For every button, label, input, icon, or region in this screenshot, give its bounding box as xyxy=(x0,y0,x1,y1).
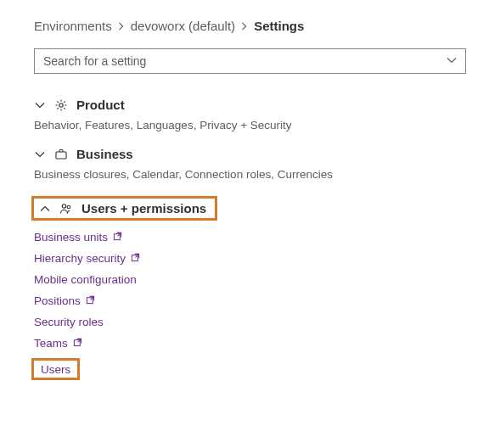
svg-rect-1 xyxy=(56,152,66,159)
link-positions[interactable]: Positions xyxy=(34,294,95,307)
people-icon xyxy=(59,202,73,216)
link-mobile-configuration[interactable]: Mobile configuration xyxy=(34,273,137,286)
chevron-right-icon xyxy=(240,19,249,33)
section-title: Product xyxy=(76,98,125,112)
breadcrumb-item-environment[interactable]: devoworx (default) xyxy=(131,19,235,33)
highlight-users-link: Users xyxy=(31,358,80,380)
section-header-product[interactable]: Product xyxy=(34,98,466,112)
chevron-right-icon xyxy=(117,19,126,33)
external-link-icon xyxy=(113,231,122,244)
highlight-users-permissions: Users + permissions xyxy=(31,196,217,221)
chevron-down-icon xyxy=(34,149,46,160)
section-header-business[interactable]: Business xyxy=(34,147,466,161)
briefcase-icon xyxy=(54,148,68,161)
link-users[interactable]: Users xyxy=(41,363,70,376)
link-list: Business units Hierarchy security Mobile… xyxy=(34,231,466,380)
svg-point-0 xyxy=(59,103,63,106)
section-subtitle: Behavior, Features, Languages, Privacy +… xyxy=(34,119,466,132)
link-label: Mobile configuration xyxy=(34,273,137,286)
breadcrumb: Environments devoworx (default) Settings xyxy=(34,19,466,33)
section-subtitle: Business closures, Calendar, Connection … xyxy=(34,168,466,181)
chevron-down-icon xyxy=(34,100,46,110)
chevron-down-icon[interactable] xyxy=(447,54,457,68)
chevron-up-icon xyxy=(39,204,51,214)
link-label: Positions xyxy=(34,294,81,307)
section-header-users-permissions[interactable]: Users + permissions xyxy=(39,201,206,216)
link-label: Users xyxy=(41,363,70,376)
link-label: Hierarchy security xyxy=(34,252,126,265)
breadcrumb-item-settings: Settings xyxy=(254,19,304,33)
section-title: Business xyxy=(76,147,133,161)
search-input[interactable] xyxy=(43,54,447,68)
link-security-roles[interactable]: Security roles xyxy=(34,316,104,328)
link-label: Security roles xyxy=(34,316,104,328)
external-link-icon xyxy=(73,337,82,350)
svg-point-2 xyxy=(62,204,65,207)
svg-point-3 xyxy=(67,205,70,209)
link-label: Teams xyxy=(34,337,68,350)
search-box[interactable] xyxy=(34,48,466,74)
section-business: Business Business closures, Calendar, Co… xyxy=(34,147,466,181)
external-link-icon xyxy=(131,252,140,265)
link-hierarchy-security[interactable]: Hierarchy security xyxy=(34,252,140,265)
gear-icon xyxy=(54,98,68,112)
link-label: Business units xyxy=(34,231,108,244)
link-business-units[interactable]: Business units xyxy=(34,231,122,244)
external-link-icon xyxy=(86,294,95,307)
section-product: Product Behavior, Features, Languages, P… xyxy=(34,98,466,132)
section-title: Users + permissions xyxy=(81,201,206,216)
link-teams[interactable]: Teams xyxy=(34,337,82,350)
breadcrumb-item-environments[interactable]: Environments xyxy=(34,19,112,33)
section-users-permissions: Users + permissions Business units Hiera… xyxy=(34,196,466,380)
